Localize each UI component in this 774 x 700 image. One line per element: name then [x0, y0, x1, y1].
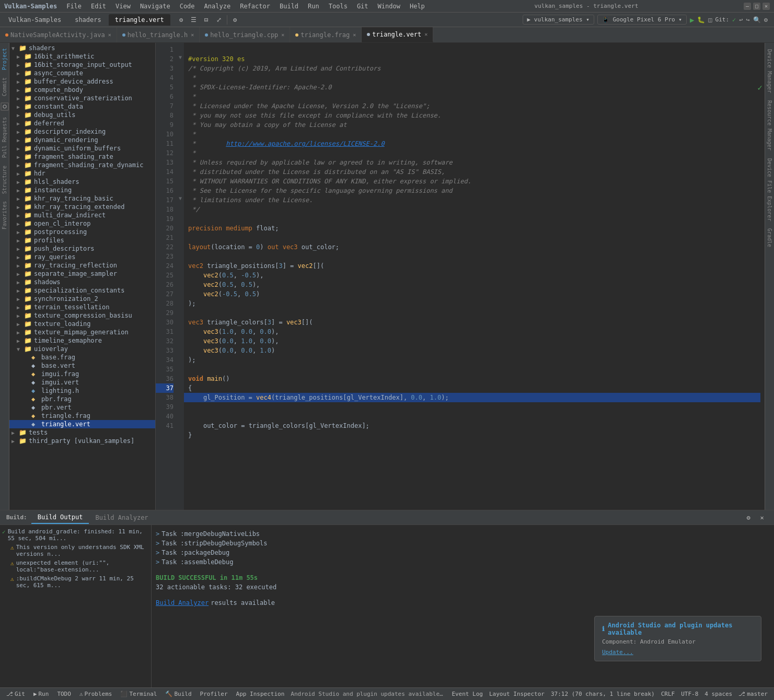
notification-update-link[interactable]: Update... [602, 649, 633, 656]
tree-item-multi-draw[interactable]: ▶ 📁 multi_draw_indirect [9, 211, 155, 219]
bottom-settings-button[interactable]: ⚙ [743, 512, 754, 523]
build-analyzer-link[interactable]: Build Analyzer [156, 598, 209, 608]
file-tab-hello-cpp[interactable]: hello_triangle.cpp ✕ [200, 27, 290, 42]
search-button[interactable]: 🔍 [753, 16, 761, 24]
close-button[interactable]: ✕ [763, 3, 770, 10]
menu-help[interactable]: Help [406, 2, 429, 11]
sidebar-item-project[interactable]: Project [1, 45, 8, 73]
coverage-button[interactable]: ◫ [708, 16, 712, 24]
tree-item-descriptor[interactable]: ▶ 📁 descriptor_indexing [9, 127, 155, 136]
menu-build[interactable]: Build [275, 2, 303, 11]
tree-item-hlsl[interactable]: ▶ 📁 hlsl_shaders [9, 178, 155, 186]
tree-item-triangle-frag[interactable]: ◆ triangle.frag [9, 412, 155, 420]
tree-item-timeline[interactable]: ▶ 📁 timeline_semaphore [9, 336, 155, 345]
tree-item-specialization[interactable]: ▶ 📁 specialization_constants [9, 286, 155, 295]
file-tab-hello-h[interactable]: hello_triangle.h ✕ [117, 27, 200, 42]
file-tab-triangle-vert[interactable]: triangle.vert ✕ [362, 27, 433, 42]
sidebar-item-pull-requests[interactable]: Pull Requests [1, 114, 8, 161]
code-content[interactable]: #version 320 es /* Copyright (c) 2019, A… [184, 43, 765, 510]
file-tab-close-triangle-frag[interactable]: ✕ [353, 32, 356, 38]
status-build[interactable]: 🔨 Build [163, 691, 193, 697]
tree-item-16bit-arith[interactable]: ▶ 📁 16bit_arithmetic [9, 52, 155, 61]
sidebar-item-commit[interactable]: Commit [1, 74, 8, 99]
status-todo[interactable]: TODO [55, 691, 73, 697]
sidebar-item-gradle[interactable]: Gradle [766, 226, 773, 249]
file-tab-close-hello-h[interactable]: ✕ [191, 32, 194, 38]
tree-item-deferred[interactable]: ▶ 📁 deferred [9, 119, 155, 127]
tree-item-imgui-vert[interactable]: ◆ imgui.vert [9, 378, 155, 387]
sidebar-item-resource-manager[interactable]: Resource Manager [766, 98, 773, 153]
file-tab-native[interactable]: NativeSampleActivity.java ✕ [0, 27, 117, 42]
menu-code[interactable]: Code [176, 2, 199, 11]
menu-file[interactable]: File [62, 2, 86, 11]
app-selector[interactable]: ▶ vulkan_samples ▾ [523, 15, 594, 25]
status-indent[interactable]: 4 spaces [702, 691, 734, 697]
sidebar-item-device-manager[interactable]: Device Manager [766, 47, 773, 95]
tree-item-base-frag[interactable]: ◆ base.frag [9, 353, 155, 361]
code-area[interactable]: 12345 678910 1112131415 1617181920 21222… [156, 43, 765, 510]
tree-item-frag-rate-dyn[interactable]: ▶ 📁 fragment_shading_rate_dynamic [9, 161, 155, 169]
project-tab-vulkan[interactable]: Vulkan-Samples [2, 14, 67, 26]
tree-item-compute[interactable]: ▶ 📁 compute_nbody [9, 86, 155, 94]
tree-item-texture-comp[interactable]: ▶ 📁 texture_compression_basisu [9, 311, 155, 320]
tree-item-dynamic-uniform[interactable]: ▶ 📁 dynamic_uniform_buffers [9, 144, 155, 153]
collapse-button[interactable]: ⤢ [213, 14, 225, 26]
file-tab-close-triangle-vert[interactable]: ✕ [424, 31, 428, 37]
file-tab-close-native[interactable]: ✕ [108, 32, 111, 38]
project-tab-shaders[interactable]: shaders [68, 14, 108, 26]
bottom-tab-build-output[interactable]: Build Output [31, 511, 89, 524]
device-selector[interactable]: 📱 Google Pixel 6 Pro ▾ [597, 15, 687, 25]
tree-item-sync2[interactable]: ▶ 📁 synchronization_2 [9, 295, 155, 303]
tree-item-separate-img[interactable]: ▶ 📁 separate_image_sampler [9, 270, 155, 278]
tree-item-dynamic-render[interactable]: ▶ 📁 dynamic_rendering [9, 136, 155, 144]
build-item-unexpected-warn[interactable]: ⚠ unexpected element (uri:"", local:"bas… [0, 558, 151, 574]
status-event-log[interactable]: Event Log [449, 691, 485, 697]
tree-item-ray-queries[interactable]: ▶ 📁 ray_queries [9, 253, 155, 261]
debug-button[interactable]: 🐛 [697, 16, 705, 24]
pull-requests-icon[interactable] [1, 102, 9, 111]
menu-analyze[interactable]: Analyze [200, 2, 235, 11]
tree-item-hdr[interactable]: ▶ 📁 hdr [9, 169, 155, 178]
tree-item-profiles[interactable]: ▶ 📁 profiles [9, 236, 155, 244]
tree-item-terrain[interactable]: ▶ 📁 terrain_tessellation [9, 303, 155, 311]
file-tab-close-hello-cpp[interactable]: ✕ [281, 32, 284, 38]
status-branch[interactable]: ⎇ master [736, 691, 770, 697]
file-tab-triangle-frag[interactable]: triangle.frag ✕ [290, 27, 362, 42]
status-line-ending[interactable]: CRLF [659, 691, 677, 697]
settings-button[interactable]: ⚙ [764, 16, 768, 24]
tree-item-push-desc[interactable]: ▶ 📁 push_descriptors [9, 244, 155, 253]
sidebar-item-device-file-explorer[interactable]: Device File Explorer [766, 156, 773, 223]
tree-item-buffer[interactable]: ▶ 📁 buffer_device_address [9, 77, 155, 86]
tree-item-lighting-h[interactable]: ◆ lighting.h [9, 387, 155, 395]
tree-item-async[interactable]: ▶ 📁 async_compute [9, 69, 155, 77]
tree-item-tests[interactable]: ▶ 📁 tests [9, 428, 155, 437]
menu-git[interactable]: Git [353, 2, 373, 11]
tree-item-texture-mip[interactable]: ▶ 📁 texture_mipmap_generation [9, 328, 155, 336]
split-view-button[interactable]: ⊟ [201, 14, 212, 26]
status-problems[interactable]: ⚠ Problems [77, 691, 114, 697]
menu-view[interactable]: View [111, 2, 135, 11]
build-item-sdk-warn[interactable]: ⚠ This version only understands SDK XML … [0, 543, 151, 558]
sidebar-item-structure[interactable]: Structure [1, 162, 8, 197]
tree-item-opencl[interactable]: ▶ 📁 open_cl_interop [9, 219, 155, 228]
menu-window[interactable]: Window [374, 2, 405, 11]
tree-item-constant[interactable]: ▶ 📁 constant_data [9, 102, 155, 111]
tree-item-texture-load[interactable]: ▶ 📁 texture_loading [9, 320, 155, 328]
list-view-button[interactable]: ☰ [188, 14, 200, 26]
status-terminal[interactable]: ⬛ Terminal [118, 691, 159, 697]
tree-item-16bit-storage[interactable]: ▶ 📁 16bit_storage_input_output [9, 61, 155, 69]
tree-item-uioverlay[interactable]: ▼ 📁 uioverlay [9, 345, 155, 353]
tree-item-conservative[interactable]: ▶ 📁 conservative_rasterization [9, 94, 155, 102]
status-run[interactable]: ▶ Run [31, 691, 51, 697]
tree-item-ray-reflect[interactable]: ▶ 📁 ray_tracing_reflection [9, 261, 155, 270]
status-charset[interactable]: UTF-8 [679, 691, 700, 697]
tree-item-third-party[interactable]: ▶ 📁 third_party [vulkan_samples] [9, 437, 155, 445]
tree-item-debug[interactable]: ▶ 📁 debug_utils [9, 111, 155, 119]
maximize-button[interactable]: □ [753, 3, 760, 10]
status-profiler[interactable]: Profiler [198, 691, 230, 697]
tree-item-frag-rate[interactable]: ▶ 📁 fragment_shading_rate [9, 153, 155, 161]
tree-item-khr-basic[interactable]: ▶ 📁 khr_ray_tracing_basic [9, 194, 155, 203]
tree-item-khr-ext[interactable]: ▶ 📁 khr_ray_tracing_extended [9, 203, 155, 211]
tree-item-imgui-frag[interactable]: ◆ imgui.frag [9, 370, 155, 378]
redo-button[interactable]: ↪ [746, 16, 750, 24]
